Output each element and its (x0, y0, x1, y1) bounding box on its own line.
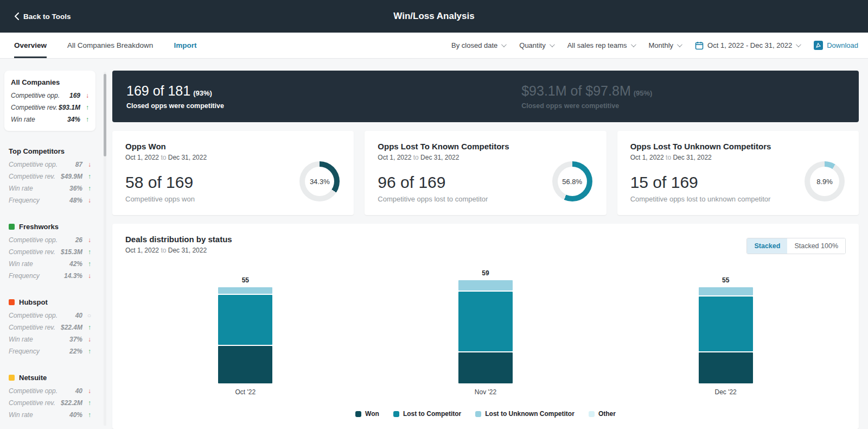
bar-segment-lost-to-competitor[interactable] (218, 295, 272, 344)
page-title: Win/Loss Analysis (0, 11, 868, 22)
deals-distribution-card: Deals distribution by status Oct 1, 2022… (112, 224, 859, 429)
x-axis-label: Oct '22 (218, 388, 272, 396)
metric-value: 48% (69, 197, 82, 204)
metric-label: Competitive opp. (11, 92, 69, 99)
legend-item-other[interactable]: Other (589, 410, 616, 418)
stat-card: Opps Won Oct 1, 2022 to Dec 31, 2022 58 … (112, 131, 354, 215)
download-button[interactable]: Download (814, 41, 858, 50)
trend-up-icon: ↑ (82, 248, 91, 256)
metric-value: 42% (69, 260, 82, 268)
legend-item-lost-to-unknown-competitor[interactable]: Lost to Unknown Competitor (475, 410, 575, 418)
trend-up-icon: ↑ (82, 173, 91, 180)
sidebar-metric-row: Competitive opp. 169 ↓ (11, 92, 89, 99)
legend-item-lost-to-competitor[interactable]: Lost to Competitor (393, 410, 461, 418)
bar-total-label: 55 (722, 276, 729, 284)
sidebar-metric-row: Competitive opp. 40 ○ (9, 312, 91, 319)
metric-label: Frequency (9, 348, 69, 355)
sidebar-metric-row: Competitive rev. $93.1M ↑ (11, 104, 89, 111)
metric-label: Win rate (9, 336, 69, 343)
metric-value: $22.4M (61, 324, 82, 331)
metric-value: 14.3% (64, 272, 82, 280)
chevron-down-icon (550, 42, 555, 47)
banner-competitive-revenue: $93.1M of $97.8M(95%) Closed opps were c… (521, 83, 652, 110)
x-axis-label: Nov '22 (458, 388, 513, 396)
metric-value: 34% (67, 116, 80, 123)
date-range-value: Oct 1, 2022 - Dec 31, 2022 (707, 41, 792, 49)
stat-card: Opps Lost To Unknown Competitors Oct 1, … (617, 131, 859, 215)
date-range-picker[interactable]: Oct 1, 2022 - Dec 31, 2022 (695, 41, 800, 50)
filter-by-closed-date[interactable]: By closed date (451, 41, 505, 49)
chart-title: Deals distribution by status (125, 235, 232, 244)
back-label: Back to Tools (23, 12, 71, 21)
bar-segment-won[interactable] (458, 352, 513, 383)
filter-label: Monthly (649, 41, 674, 49)
stat-cards-row: Opps Won Oct 1, 2022 to Dec 31, 2022 58 … (112, 131, 859, 215)
toggle-stacked[interactable]: Stacked (747, 238, 787, 254)
bar-segment-lost-to-unknown-competitor[interactable] (218, 287, 272, 294)
sidebar-scrollbar-thumb[interactable] (104, 74, 106, 156)
sidebar-metric-row: Competitive rev. $49.9M ↑ (9, 173, 91, 180)
filter-interval-monthly[interactable]: Monthly (649, 41, 681, 49)
sidebar-section-hubspot[interactable]: Hubspot Competitive opp. 40 ○ Competitiv… (4, 298, 95, 355)
metric-value: 87 (75, 161, 82, 168)
chevron-down-icon (630, 42, 636, 47)
filter-quantity[interactable]: Quantity (519, 41, 553, 49)
tab-overview[interactable]: Overview (14, 33, 47, 58)
sidebar-section-top-competitors[interactable]: Top Competitors Competitive opp. 87 ↓ Co… (4, 147, 95, 204)
bar-group-oct-22: 55 (218, 268, 272, 383)
banner-revenue-value: $93.1M of $97.8M (521, 83, 631, 98)
toggle-stacked-100[interactable]: Stacked 100% (787, 238, 845, 254)
stat-card-title: Opps Lost To Known Competitors (378, 142, 593, 151)
sidebar-metric-row: Frequency 14.3% ↓ (9, 272, 91, 280)
chevron-down-icon (796, 42, 801, 47)
metric-label: Win rate (9, 411, 69, 419)
legend-label: Lost to Unknown Competitor (485, 410, 575, 418)
filter-sales-rep-teams[interactable]: All sales rep teams (567, 41, 635, 49)
sidebar-metric-row: Win rate 36% ↑ (9, 185, 91, 192)
trend-up-icon: ↑ (82, 185, 91, 192)
metric-value: 26 (75, 236, 82, 244)
tabs: Overview All Companies Breakdown Import (14, 33, 196, 58)
sidebar-section-title: Freshworks (19, 223, 59, 231)
bar-total-label: 59 (482, 269, 489, 277)
sidebar-section-netsuite[interactable]: Netsuite Competitive opp. 40 ↓ Competiti… (4, 374, 95, 419)
stat-card: Opps Lost To Known Competitors Oct 1, 20… (365, 131, 606, 215)
metric-label: Competitive rev. (9, 173, 61, 180)
sidebar-section-all-companies[interactable]: All Companies Competitive opp. 169 ↓ Com… (4, 71, 95, 131)
bar-group-dec-22: 55 (699, 268, 753, 383)
bar-segment-lost-to-competitor[interactable] (458, 292, 513, 351)
tab-import[interactable]: Import (174, 33, 196, 58)
competitor-color-swatch (9, 224, 15, 230)
banner-revenue-caption: Closed opps were competitive (521, 102, 652, 110)
sidebar-metric-row: Competitive rev. $22.4M ↑ (9, 324, 91, 331)
metric-value: 22% (69, 348, 82, 355)
metric-value: 40 (75, 387, 82, 395)
filter-label: All sales rep teams (567, 41, 627, 49)
stat-card-title: Opps Lost To Unknown Competitors (630, 142, 846, 151)
sidebar-metric-row: Competitive opp. 26 ↓ (9, 236, 91, 244)
trend-up-icon: ↑ (80, 104, 89, 111)
tab-all-companies-breakdown[interactable]: All Companies Breakdown (67, 33, 153, 58)
competitor-color-swatch (9, 375, 15, 381)
metric-label: Frequency (9, 272, 64, 280)
stat-card-date-range: Oct 1, 2022 to Dec 31, 2022 (630, 154, 846, 161)
legend-swatch (589, 411, 595, 417)
bar-segment-won[interactable] (218, 346, 272, 383)
banner-count-pct: (93%) (193, 89, 212, 97)
sidebar-metric-row: Competitive opp. 87 ↓ (9, 161, 91, 168)
donut-percentage: 34.3% (299, 161, 340, 201)
sidebar-section-freshworks[interactable]: Freshworks Competitive opp. 26 ↓ Competi… (4, 223, 95, 280)
metric-label: Win rate (9, 260, 69, 268)
bar-segment-lost-to-unknown-competitor[interactable] (699, 287, 753, 296)
download-label: Download (827, 41, 858, 49)
chart-date-range: Oct 1, 2022 to Dec 31, 2022 (125, 247, 232, 254)
x-axis-labels: Oct '22Nov '22Dec '22 (125, 388, 846, 396)
back-button[interactable]: Back to Tools (14, 12, 71, 21)
sidebar-metric-row: Win rate 37% ↓ (9, 336, 91, 343)
legend-item-won[interactable]: Won (355, 410, 379, 418)
summary-banner: 169 of 181(93%) Closed opps were competi… (112, 71, 859, 122)
bar-segment-lost-to-competitor[interactable] (699, 296, 753, 351)
legend-swatch (475, 411, 481, 417)
bar-segment-won[interactable] (699, 352, 753, 383)
bar-segment-lost-to-unknown-competitor[interactable] (458, 280, 513, 291)
